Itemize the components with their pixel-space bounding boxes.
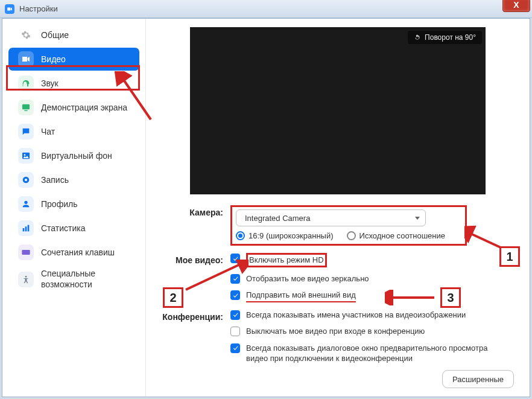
radio-off-icon (347, 231, 356, 240)
sidebar-item-general[interactable]: Общие (8, 24, 139, 46)
stats-icon (18, 220, 34, 236)
share-screen-icon (18, 100, 34, 115)
sidebar-item-background[interactable]: Виртуальный фон (8, 144, 139, 167)
ratio-original-radio[interactable]: Исходное соотношение (347, 231, 446, 240)
hd-checkbox[interactable] (230, 254, 240, 263)
title-bar: Настройки X (0, 0, 532, 18)
video-off-checkbox[interactable] (230, 327, 240, 336)
svg-rect-8 (25, 226, 27, 231)
sidebar-item-recording[interactable]: Запись (8, 168, 139, 191)
app-icon (5, 4, 14, 14)
sidebar: Общие Видео Звук Демонстрация экрана Чат… (2, 19, 146, 397)
svg-rect-0 (22, 104, 30, 110)
gear-icon (18, 27, 34, 43)
svg-point-3 (24, 154, 26, 156)
keyboard-icon (18, 244, 34, 260)
sidebar-item-audio[interactable]: Звук (8, 72, 139, 95)
sidebar-item-label: Специальные возможности (41, 269, 139, 290)
sidebar-item-shortcuts[interactable]: Сочетания клавиш (8, 241, 139, 264)
svg-point-11 (25, 276, 27, 278)
myvideo-label: Мое видео: (159, 253, 230, 308)
radio-on-icon (236, 231, 245, 240)
record-icon (18, 172, 34, 188)
svg-point-5 (25, 179, 27, 181)
svg-rect-9 (28, 225, 30, 232)
sidebar-item-label: Профиль (41, 199, 77, 209)
meetings-label: Конференции: (159, 310, 230, 370)
advanced-button[interactable]: Расширенные (442, 370, 514, 388)
sidebar-item-label: Сочетания клавиш (41, 247, 115, 257)
camera-block-highlight: Integrated Camera 16:9 (широкоэкранный) … (230, 205, 467, 246)
sidebar-item-label: Звук (41, 78, 59, 88)
rotate-label: Поворот на 90° (425, 33, 476, 42)
sidebar-item-label: Общие (41, 30, 69, 40)
image-icon (18, 148, 34, 164)
svg-rect-10 (22, 250, 30, 255)
show-names-checkbox[interactable] (230, 310, 240, 320)
close-icon: X (513, 0, 519, 10)
touchup-highlight: Подправить мой внешний вид (246, 290, 356, 302)
sidebar-item-video[interactable]: Видео (8, 48, 139, 71)
svg-point-6 (24, 201, 27, 204)
mirror-checkbox[interactable] (230, 274, 240, 284)
hd-highlight: Включить режим HD (246, 253, 327, 267)
sidebar-item-accessibility[interactable]: Специальные возможности (8, 265, 139, 293)
chat-icon (18, 124, 34, 139)
rotate-button[interactable]: Поворот на 90° (408, 31, 482, 44)
video-settings-panel: Поворот на 90° Камера: Integrated Camera (146, 19, 530, 397)
sidebar-item-label: Чат (41, 127, 55, 136)
sidebar-item-stats[interactable]: Статистика (8, 217, 139, 240)
preview-checkbox[interactable] (230, 343, 240, 353)
close-button[interactable]: X (502, 0, 530, 12)
ratio-169-radio[interactable]: 16:9 (широкоэкранный) (236, 231, 334, 240)
svg-rect-1 (24, 110, 27, 111)
user-icon (18, 196, 34, 212)
camera-label: Камера: (159, 205, 230, 246)
sidebar-item-label: Видео (41, 54, 66, 64)
video-icon (18, 51, 34, 67)
touchup-checkbox[interactable] (230, 290, 240, 300)
sidebar-item-label: Виртуальный фон (41, 151, 112, 161)
sidebar-item-label: Статистика (41, 223, 86, 233)
sidebar-item-label: Запись (41, 175, 69, 185)
sidebar-item-label: Демонстрация экрана (41, 103, 127, 112)
headphones-icon (18, 75, 34, 91)
window-title: Настройки (19, 4, 58, 13)
accessibility-icon (18, 272, 34, 287)
sidebar-item-profile[interactable]: Профиль (8, 193, 139, 215)
rotate-icon (414, 34, 421, 41)
camera-preview: Поворот на 90° (190, 27, 486, 194)
sidebar-item-chat[interactable]: Чат (8, 120, 139, 143)
svg-rect-7 (23, 228, 25, 231)
settings-window: Общие Видео Звук Демонстрация экрана Чат… (2, 18, 530, 397)
camera-select[interactable]: Integrated Camera (236, 209, 426, 226)
sidebar-item-share[interactable]: Демонстрация экрана (8, 96, 139, 119)
